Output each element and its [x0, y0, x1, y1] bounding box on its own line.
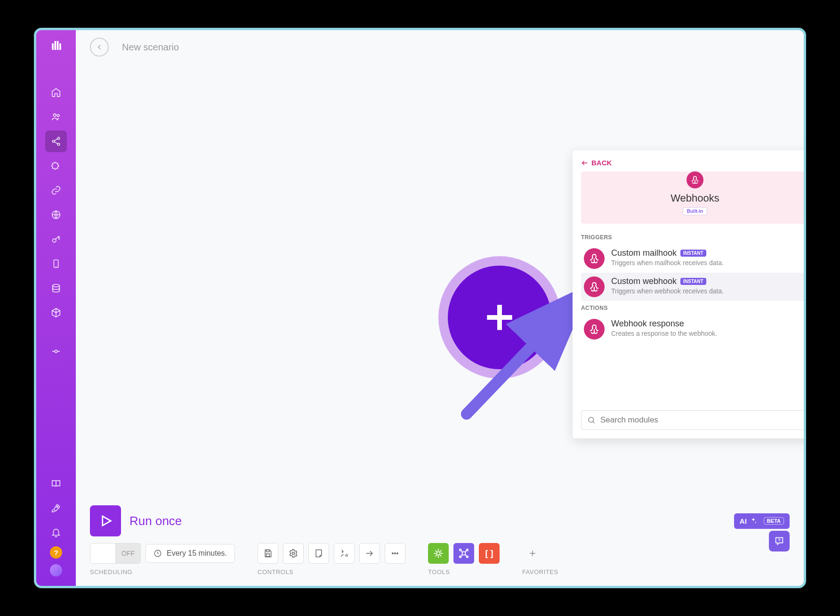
svg-point-24: [292, 552, 295, 555]
svg-line-35: [465, 551, 467, 552]
module-picker-panel: BACK Webhooks Built-in TRIGGERS Custom m…: [573, 150, 806, 438]
search-input[interactable]: [600, 415, 803, 425]
svg-point-30: [460, 549, 461, 551]
sidebar-home-icon[interactable]: [45, 81, 67, 103]
sidebar-link-icon[interactable]: [45, 179, 67, 201]
webhooks-icon: [584, 319, 605, 340]
module-title: Custom webhook: [611, 276, 677, 286]
sidebar-book-icon[interactable]: [45, 473, 67, 494]
svg-point-9: [53, 284, 60, 287]
svg-point-27: [397, 553, 398, 554]
beta-badge: BETA: [764, 517, 784, 525]
add-module-button[interactable]: [438, 256, 561, 379]
back-button[interactable]: [90, 38, 109, 57]
webhooks-icon: [584, 248, 605, 269]
sidebar-device-icon[interactable]: [45, 253, 67, 275]
sidebar: ıllı ?: [36, 30, 76, 586]
ai-button[interactable]: AI BETA: [734, 513, 790, 529]
sidebar-help-icon[interactable]: ?: [50, 546, 62, 559]
auto-align-button[interactable]: [334, 543, 355, 564]
svg-marker-20: [103, 516, 111, 526]
panel-header: Webhooks Built-in: [581, 171, 806, 224]
svg-line-37: [465, 555, 467, 556]
module-title: Custom mailhook: [611, 248, 677, 258]
sidebar-share-icon[interactable]: [45, 130, 67, 152]
explain-flow-button[interactable]: [359, 543, 380, 564]
switch-off-label: OFF: [116, 543, 140, 563]
help-fab[interactable]: ?: [769, 531, 790, 551]
module-desc: Triggers when mailhook receives data.: [611, 259, 724, 267]
svg-rect-23: [267, 554, 270, 557]
footer: Run once AI BETA OFF: [90, 505, 790, 575]
canvas[interactable]: New scenario BACK Webhooks Bu: [76, 30, 804, 586]
module-custom-webhook[interactable]: Custom webhookINSTANT Triggers when webh…: [581, 273, 806, 301]
webhooks-icon: [584, 276, 605, 297]
sidebar-avatar[interactable]: [50, 564, 62, 576]
sidebar-cube-icon[interactable]: [45, 302, 67, 324]
svg-line-34: [461, 551, 463, 552]
logo: ıllı: [51, 39, 61, 53]
module-custom-mailhook[interactable]: Custom mailhookINSTANT Triggers when mai…: [581, 244, 806, 273]
sidebar-users-icon[interactable]: [45, 106, 67, 128]
module-desc: Creates a response to the webhook.: [611, 330, 717, 337]
svg-line-19: [593, 421, 595, 423]
favorites-group: FAVORITES: [522, 543, 558, 575]
svg-point-6: [53, 239, 56, 242]
scenario-switch[interactable]: OFF: [90, 543, 141, 564]
add-favorite-button[interactable]: [522, 543, 543, 564]
svg-point-31: [467, 549, 468, 551]
tools-label: TOOLS: [428, 568, 500, 575]
svg-point-0: [54, 114, 57, 117]
search-icon: [587, 416, 596, 424]
sidebar-globe-icon[interactable]: [45, 204, 67, 226]
svg-rect-22: [267, 550, 270, 552]
clock-icon: [153, 549, 162, 558]
module-desc: Triggers when webhook receives data.: [611, 287, 724, 295]
tool-text-parser[interactable]: [ ]: [479, 543, 500, 564]
scheduling-label: SCHEDULING: [90, 568, 235, 575]
instant-badge: INSTANT: [680, 278, 706, 285]
svg-point-25: [392, 553, 394, 554]
sidebar-bell-icon[interactable]: [45, 522, 67, 543]
tools-group: [ ] TOOLS: [428, 543, 500, 575]
panel-title: Webhooks: [590, 192, 800, 204]
search-modules[interactable]: [581, 410, 806, 430]
sidebar-database-icon[interactable]: [45, 277, 67, 299]
svg-point-29: [462, 551, 465, 555]
scheduling-group: OFF Every 15 minutes. SCHEDULING: [90, 543, 235, 575]
save-button[interactable]: [258, 543, 278, 564]
svg-point-26: [395, 553, 396, 554]
builtin-badge: Built-in: [683, 207, 707, 215]
favorites-label: FAVORITES: [522, 568, 558, 575]
sidebar-puzzle-icon[interactable]: [45, 155, 67, 177]
more-button[interactable]: [385, 543, 405, 564]
schedule-text: Every 15 minutes.: [167, 549, 227, 558]
module-title: Webhook response: [611, 319, 684, 329]
scenario-title[interactable]: New scenario: [122, 42, 179, 53]
controls-label: CONTROLS: [258, 568, 405, 575]
svg-point-10: [55, 350, 57, 353]
tool-flow-control[interactable]: [428, 543, 449, 564]
svg-point-28: [436, 551, 440, 555]
panel-back-button[interactable]: BACK: [581, 159, 806, 167]
sparkle-icon: [750, 517, 757, 525]
run-label: Run once: [129, 514, 182, 528]
sidebar-rocket-icon[interactable]: [45, 497, 67, 519]
svg-point-1: [57, 114, 59, 117]
webhooks-icon: [687, 171, 703, 188]
settings-button[interactable]: [283, 543, 304, 564]
svg-point-18: [589, 417, 594, 422]
tool-tools[interactable]: [453, 543, 474, 564]
ai-label: AI: [740, 517, 747, 525]
notes-button[interactable]: [308, 543, 329, 564]
schedule-button[interactable]: Every 15 minutes.: [145, 544, 235, 563]
panel-back-label: BACK: [591, 159, 612, 167]
sidebar-commit-icon[interactable]: [45, 340, 67, 362]
sidebar-key-icon[interactable]: [45, 228, 67, 250]
run-button[interactable]: [90, 505, 121, 536]
actions-section-label: ACTIONS: [581, 305, 806, 311]
svg-point-33: [467, 556, 468, 558]
module-webhook-response[interactable]: Webhook response Creates a response to t…: [581, 315, 806, 343]
instant-badge: INSTANT: [680, 250, 706, 257]
app-window: ıllı ? New scenario: [34, 28, 806, 588]
